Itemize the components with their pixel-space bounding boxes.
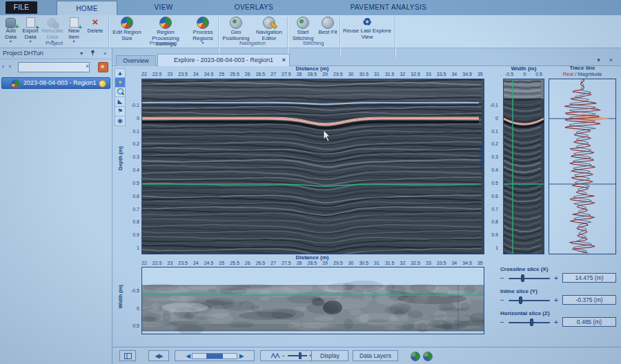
crossline-value-field[interactable]: 14.475 (m) [562, 273, 616, 283]
scrollbar-thumb[interactable] [206, 354, 223, 358]
horizontal-value-field[interactable]: 0.485 (m) [562, 317, 616, 327]
minus-button[interactable]: − [500, 296, 504, 305]
data-layers-button[interactable]: Data Layers [353, 350, 398, 361]
scroll-right-icon[interactable]: ▶ [239, 353, 243, 359]
main-radargram[interactable] [141, 79, 484, 254]
minus-button[interactable]: − [500, 274, 504, 283]
project-panel-title: Project DHTun [3, 50, 43, 57]
gain-slider[interactable] [288, 355, 307, 356]
project-search-input[interactable] [18, 62, 90, 72]
tab-pavement-analysis[interactable]: PAVEMENT ANALYSIS [327, 1, 450, 14]
distance-tick-label: 30 [348, 72, 354, 77]
width-tick-label: 0 [127, 306, 139, 311]
depth-tick-label: 0.1 [127, 129, 139, 134]
distance-tick-label: 25 [219, 72, 224, 77]
flag-tool-button[interactable]: ⚑ [115, 107, 126, 117]
trace-subtitle-magnitude: / Magnitude [573, 71, 602, 77]
horizontal-slider[interactable] [509, 322, 550, 323]
distance-tick-label: 29.5 [333, 261, 343, 265]
double-arrow-icon: ◀▶ [155, 353, 162, 359]
status-bar: ◀▶ ◀ ▶ − + 9 dB Display Data Layers [112, 347, 621, 364]
horizontal-scrollbar[interactable] [192, 353, 237, 359]
plus-button[interactable]: + [554, 318, 558, 327]
distance-tick-label: 31 [374, 72, 379, 77]
inline-slider-thumb[interactable] [519, 296, 522, 304]
tab-overlays[interactable]: OVERLAYS [218, 1, 290, 14]
distance-tick-label: 32.5 [411, 72, 420, 77]
layer-toggle-icon[interactable] [411, 352, 420, 361]
layer-toggle-icon[interactable] [423, 352, 433, 361]
width-tick-label: 0.5 [535, 72, 542, 77]
width-tick-column: -0.500.5 [127, 288, 139, 328]
clear-search-icon[interactable]: × [86, 63, 89, 70]
gain-minus[interactable]: − [282, 352, 286, 359]
inline-value-field[interactable]: -0.375 (m) [562, 295, 616, 305]
distance-tick-label: 30 [348, 261, 354, 265]
distance-tick-label: 22 [141, 72, 147, 77]
width-tick-row: -0.500.5 [503, 72, 544, 77]
horizontal-slider-thumb[interactable] [530, 318, 533, 326]
new-item-icon [70, 17, 79, 28]
width-tick-label: 0.5 [127, 323, 139, 328]
depth-tick-column: -0.100.10.20.30.40.50.60.70.80.91 [486, 103, 498, 250]
plus-button[interactable]: + [554, 296, 558, 305]
recycle-icon: ♻ [362, 17, 373, 28]
depth-tick-label: 0.4 [486, 168, 498, 172]
tab-explore[interactable]: Explore - 2023-08-04-003 - Region1 × [157, 54, 290, 66]
reuse-last-explore-view-button[interactable]: ♻ Reuse Last Explore View [343, 17, 391, 44]
distance-tick-label: 30.5 [359, 261, 368, 265]
filter-icon[interactable] [98, 62, 108, 72]
tab-home[interactable]: HOME [57, 1, 117, 15]
view-toolbar: ▲ ● ◣ ⚑ ◉ [115, 68, 127, 126]
depth-tick-label: 1 [486, 245, 498, 250]
distance-tick-row: 2222.52323.52424.52525.52626.52727.52828… [141, 72, 483, 77]
display-button[interactable]: Display [311, 350, 348, 361]
ribbon-separator [287, 17, 288, 57]
tab-list-caret-icon[interactable]: ▾ [594, 56, 603, 65]
ribbon-separator [218, 17, 219, 57]
scroll-up-button[interactable]: ▲ [115, 68, 126, 78]
distance-tick-label: 29.5 [333, 72, 343, 77]
expand-all-icon[interactable]: » [7, 65, 13, 68]
trace-line-view[interactable] [549, 79, 616, 254]
crossline-slider[interactable] [509, 278, 550, 279]
inline-slice-control: − + -0.375 (m) [500, 296, 616, 305]
panel-menu-caret-icon[interactable]: ▾ [77, 50, 86, 58]
tab-view[interactable]: VIEW [141, 1, 186, 14]
zoom-tool-button[interactable] [115, 88, 126, 97]
distance-tick-label: 26.5 [256, 261, 266, 265]
document-close-icon[interactable]: × [607, 56, 615, 65]
depth-tick-label: 0.6 [486, 194, 498, 199]
layout-button[interactable] [119, 350, 136, 361]
plus-button[interactable]: + [554, 274, 558, 283]
distance-tick-label: 25 [219, 261, 224, 265]
minus-button[interactable]: − [500, 318, 504, 327]
ribbon-separator [339, 17, 340, 57]
process-regions-icon [197, 17, 209, 29]
interpretation-tool-button[interactable]: ◉ [115, 117, 126, 126]
inline-slider[interactable] [509, 300, 550, 301]
collapse-all-icon[interactable]: « [0, 65, 6, 68]
depth-tick-label: -0.1 [486, 103, 498, 108]
inline-slice-label: Inline slice (Y) [500, 288, 616, 294]
distance-tick-label: 23 [167, 72, 172, 77]
project-panel-header: Project DHTun ▾ × [0, 48, 112, 59]
panel-close-icon[interactable]: × [101, 50, 109, 58]
tab-file[interactable]: FILE [6, 1, 37, 14]
scroll-left-icon[interactable]: ◀ [186, 353, 190, 359]
tab-overview[interactable]: Overview [116, 55, 156, 66]
plan-view[interactable] [141, 267, 484, 334]
distance-tick-label: 31 [374, 261, 379, 265]
fit-width-button[interactable]: ◀▶ [148, 350, 169, 361]
width-tick-label: -0.5 [505, 72, 513, 77]
distance-tick-label: 25.5 [230, 261, 239, 265]
bulb-icon[interactable] [99, 80, 106, 88]
crossline-slider-thumb[interactable] [521, 274, 524, 282]
panel-pin-icon[interactable] [88, 50, 97, 58]
gain-slider-thumb[interactable] [299, 352, 302, 359]
pan-tool-button[interactable]: ● [115, 78, 126, 88]
tab-close-icon[interactable]: × [282, 54, 286, 66]
crossline-slice-view[interactable] [503, 79, 544, 254]
tree-item-region1[interactable]: 2023-08-04-003 - Region1 [1, 77, 110, 89]
measure-tool-button[interactable]: ◣ [115, 97, 126, 107]
